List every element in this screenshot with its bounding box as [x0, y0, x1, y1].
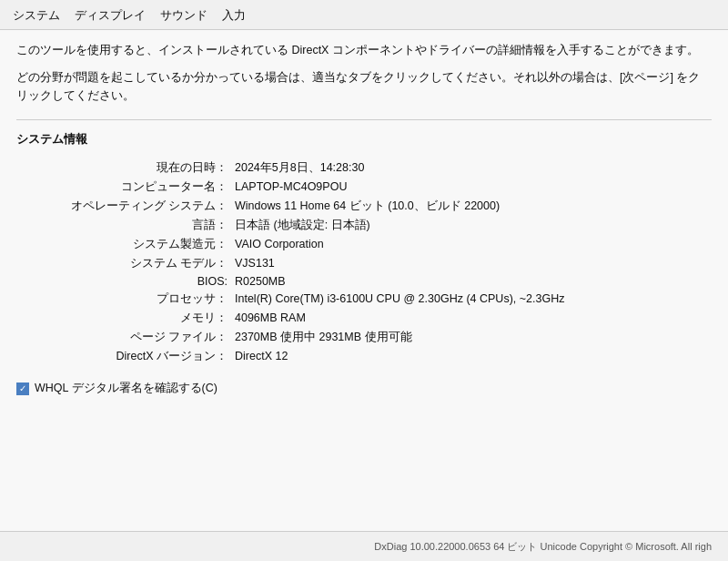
value-manufacturer: VAIO Corporation [235, 238, 324, 250]
label-memory: メモリ： [35, 311, 235, 326]
value-datetime: 2024年5月8日、14:28:30 [235, 160, 364, 176]
label-language: 言語： [35, 218, 235, 233]
menu-input[interactable]: 入力 [218, 5, 249, 26]
menu-display[interactable]: ディスプレイ [71, 5, 149, 26]
table-row: BIOS: R0250MB [35, 275, 712, 288]
label-pagefile: ページ ファイル： [35, 330, 235, 345]
label-bios: BIOS: [35, 275, 235, 288]
footer-text: DxDiag 10.00.22000.0653 64 ビット Unicode C… [374, 541, 712, 552]
label-model: システム モデル： [35, 256, 235, 271]
value-model: VJS131 [235, 257, 275, 270]
table-row: システム製造元： VAIO Corporation [35, 237, 712, 252]
footer: DxDiag 10.00.22000.0653 64 ビット Unicode C… [0, 531, 728, 561]
table-row: メモリ： 4096MB RAM [35, 311, 712, 326]
info-table: 現在の日時： 2024年5月8日、14:28:30 コンピューター名： LAPT… [16, 160, 712, 364]
value-language: 日本語 (地域設定: 日本語) [235, 218, 370, 233]
menu-bar: システム ディスプレイ サウンド 入力 [0, 0, 728, 30]
content-area: このツールを使用すると、インストールされている DirectX コンポーネントや… [0, 30, 728, 531]
table-row: DirectX バージョン： DirectX 12 [35, 349, 712, 364]
table-row: システム モデル： VJS131 [35, 256, 712, 271]
whql-checkbox-row[interactable]: ✓ WHQL デジタル署名を確認する(C) [16, 381, 712, 396]
label-directx: DirectX バージョン： [35, 349, 235, 364]
whql-checkbox-label: WHQL デジタル署名を確認する(C) [35, 381, 217, 396]
table-row: 言語： 日本語 (地域設定: 日本語) [35, 218, 712, 233]
table-row: ページ ファイル： 2370MB 使用中 2931MB 使用可能 [35, 330, 712, 345]
checkmark-icon: ✓ [19, 384, 26, 393]
menu-system[interactable]: システム [9, 5, 64, 26]
value-os: Windows 11 Home 64 ビット (10.0、ビルド 22000) [235, 199, 500, 214]
table-row: プロセッサ： Intel(R) Core(TM) i3-6100U CPU @ … [35, 291, 712, 307]
section-title: システム情報 [16, 131, 712, 148]
intro-line1: このツールを使用すると、インストールされている DirectX コンポーネントや… [16, 41, 712, 59]
label-computername: コンピューター名： [35, 179, 235, 195]
label-processor: プロセッサ： [35, 291, 235, 307]
table-row: オペレーティング システム： Windows 11 Home 64 ビット (1… [35, 199, 712, 214]
value-directx: DirectX 12 [235, 350, 288, 362]
label-datetime: 現在の日時： [35, 160, 235, 176]
value-computername: LAPTOP-MC4O9POU [235, 180, 347, 193]
table-row: コンピューター名： LAPTOP-MC4O9POU [35, 179, 712, 195]
whql-checkbox[interactable]: ✓ [16, 382, 29, 395]
table-row: 現在の日時： 2024年5月8日、14:28:30 [35, 160, 712, 176]
value-pagefile: 2370MB 使用中 2931MB 使用可能 [235, 330, 412, 345]
intro-line2: どの分野が問題を起こしているか分かっている場合は、適当なタブをクリックしてくださ… [16, 68, 712, 105]
value-bios: R0250MB [235, 275, 286, 288]
menu-sound[interactable]: サウンド [157, 5, 211, 26]
value-memory: 4096MB RAM [235, 311, 306, 324]
divider [16, 119, 712, 120]
label-os: オペレーティング システム： [35, 199, 235, 214]
dxdiag-window: システム ディスプレイ サウンド 入力 このツールを使用すると、インストールされ… [0, 0, 728, 561]
label-manufacturer: システム製造元： [35, 237, 235, 252]
value-processor: Intel(R) Core(TM) i3-6100U CPU @ 2.30GHz… [235, 292, 564, 305]
